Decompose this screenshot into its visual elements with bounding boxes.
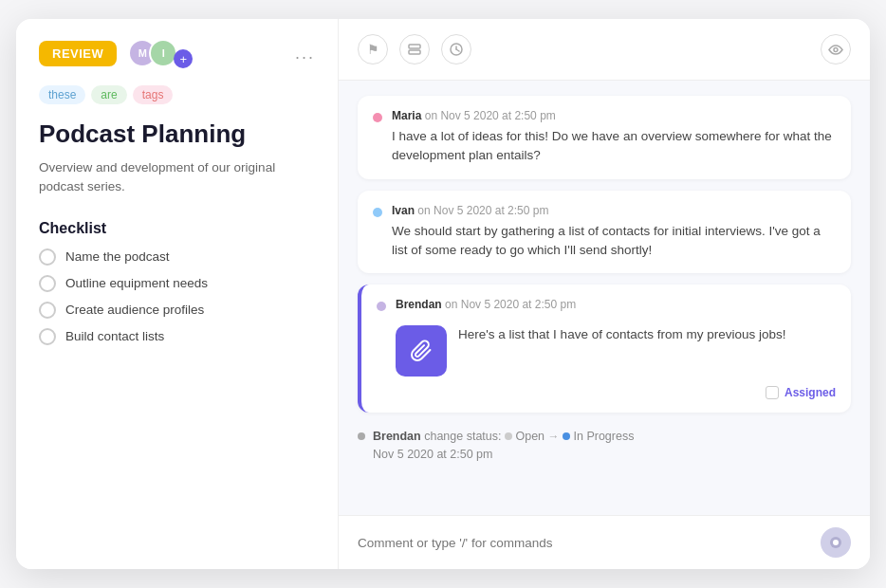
checklist-item-1[interactable]: Name the podcast [39, 248, 315, 266]
maria-comment-text: I have a lot of ideas for this! Do we ha… [392, 127, 836, 166]
send-button[interactable] [821, 527, 851, 558]
comment-input-bar [339, 515, 870, 569]
status-action: change status: [424, 430, 505, 443]
ivan-name: Ivan [392, 204, 415, 217]
more-options-button[interactable]: ... [295, 44, 315, 64]
status-inprogress-dot [563, 432, 570, 440]
page-title: Podcast Planning [39, 119, 315, 149]
brendan-comment-text: Here's a list that I have of contacts fr… [458, 325, 836, 344]
checklist-label-2: Outline equipment needs [65, 276, 208, 290]
checklist-item-3[interactable]: Create audience profiles [39, 302, 315, 319]
maria-comment-content: Maria on Nov 5 2020 at 2:50 pm I have a … [392, 109, 836, 166]
svg-rect-1 [409, 50, 420, 54]
brendan-comment-meta: Brendan on Nov 5 2020 at 2:50 pm [396, 298, 576, 311]
flag-icon[interactable]: ⚑ [358, 34, 388, 64]
page-description: Overview and development of our original… [39, 158, 315, 197]
eye-icon[interactable] [821, 34, 851, 64]
comment-maria: Maria on Nov 5 2020 at 2:50 pm I have a … [358, 96, 851, 179]
assigned-checkbox[interactable] [766, 386, 779, 399]
status-to: In Progress [573, 430, 634, 443]
maria-comment-meta: Maria on Nov 5 2020 at 2:50 pm [392, 109, 836, 122]
status-author: Brendan [373, 430, 421, 443]
checklist-item-2[interactable]: Outline equipment needs [39, 275, 315, 292]
ivan-comment-meta: Ivan on Nov 5 2020 at 2:50 pm [392, 204, 836, 217]
comments-area: Maria on Nov 5 2020 at 2:50 pm I have a … [339, 81, 870, 515]
brendan-avatar [377, 302, 386, 311]
svg-line-4 [456, 49, 459, 51]
checklist-title: Checklist [39, 220, 315, 237]
maria-avatar [373, 113, 382, 122]
comment-brendan: Brendan on Nov 5 2020 at 2:50 pm Here's … [358, 285, 851, 413]
checklist-label-4: Build contact lists [65, 329, 164, 343]
ivan-comment-content: Ivan on Nov 5 2020 at 2:50 pm We should … [392, 204, 836, 261]
app-container: REVIEW M I + ... these are tags Podcast … [16, 19, 870, 569]
checklist-item-4[interactable]: Build contact lists [39, 328, 315, 345]
check-circle-3[interactable] [39, 302, 56, 319]
brendan-name: Brendan [396, 298, 442, 311]
check-circle-4[interactable] [39, 328, 56, 345]
add-avatar-button[interactable]: + [174, 49, 193, 68]
svg-point-5 [834, 47, 838, 51]
avatar-group: M I + [128, 38, 193, 68]
right-header: ⚑ [339, 19, 870, 81]
review-button[interactable]: REVIEW [39, 41, 117, 66]
status-arrow-icon: → [548, 430, 560, 443]
status-text: Brendan change status: Open → In Progres… [373, 428, 634, 464]
checklist-label-1: Name the podcast [65, 249, 170, 264]
svg-rect-0 [409, 45, 420, 48]
tag-these[interactable]: these [39, 85, 85, 104]
check-circle-2[interactable] [39, 275, 56, 292]
attachment-icon[interactable] [396, 325, 447, 377]
left-panel: REVIEW M I + ... these are tags Podcast … [16, 19, 339, 569]
ivan-comment-text: We should start by gathering a list of c… [392, 222, 836, 261]
tag-tags[interactable]: tags [133, 85, 174, 104]
ivan-avatar [373, 208, 382, 217]
checklist-items: Name the podcast Outline equipment needs… [39, 248, 315, 345]
right-panel: ⚑ Maria on Nov 5 2020 at 2:50 pm [339, 19, 870, 569]
status-open-dot [505, 432, 512, 440]
maria-name: Maria [392, 109, 421, 122]
ivan-timestamp: on Nov 5 2020 at 2:50 pm [417, 204, 548, 217]
tag-are[interactable]: are [91, 85, 126, 104]
status-dot [358, 432, 365, 440]
assigned-row: Assigned [377, 386, 836, 399]
tags-row: these are tags [39, 85, 315, 104]
check-circle-1[interactable] [39, 248, 56, 266]
status-from: Open [515, 430, 547, 443]
brendan-header: Brendan on Nov 5 2020 at 2:50 pm [377, 298, 836, 316]
brendan-body: Here's a list that I have of contacts fr… [377, 325, 836, 377]
checklist-label-3: Create audience profiles [65, 303, 204, 317]
comment-input[interactable] [358, 536, 821, 550]
clock-icon[interactable] [441, 34, 471, 64]
brendan-timestamp: on Nov 5 2020 at 2:50 pm [445, 298, 576, 311]
top-bar: REVIEW M I + ... [39, 38, 315, 68]
assigned-label: Assigned [784, 386, 836, 399]
avatar-2: I [149, 39, 177, 67]
card-icon[interactable] [399, 34, 430, 64]
svg-point-7 [833, 540, 839, 545]
status-date: Nov 5 2020 at 2:50 pm [373, 448, 492, 461]
status-change: Brendan change status: Open → In Progres… [358, 424, 851, 468]
maria-timestamp: on Nov 5 2020 at 2:50 pm [425, 109, 556, 122]
comment-ivan: Ivan on Nov 5 2020 at 2:50 pm We should … [358, 191, 851, 274]
